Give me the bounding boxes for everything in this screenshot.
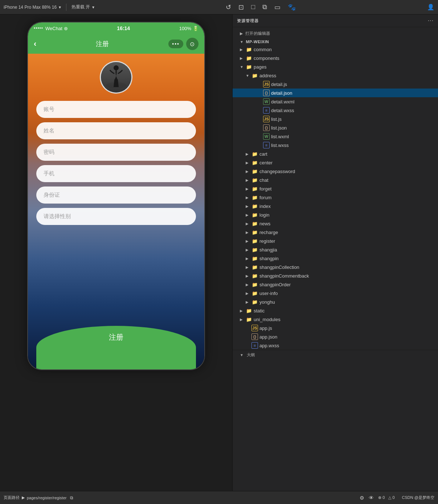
app-json-label: app.json: [259, 334, 435, 340]
clock: 16:14: [117, 25, 130, 31]
tree-item-list-json[interactable]: {} list.json: [233, 123, 438, 132]
app-js-icon: JS: [251, 325, 258, 331]
nav-camera-button[interactable]: ⊙: [186, 38, 198, 50]
tree-item-detail-wxml[interactable]: W detail.wxml: [233, 97, 438, 106]
user-info-arrow: ▶: [246, 291, 251, 295]
hotreload-label[interactable]: 热重载 开: [71, 4, 90, 10]
address-folder-icon: 📁: [251, 72, 258, 79]
explorer-title: 资源管理器: [237, 18, 259, 24]
gender-select[interactable]: 请选择性别: [36, 208, 196, 225]
yonghu-label: yonghu: [259, 299, 435, 305]
tree-item-user-info[interactable]: ▶ 📁 user-info: [233, 289, 438, 298]
tree-item-components[interactable]: ▶ 📁 components: [233, 54, 438, 62]
account-icon[interactable]: 👤: [427, 4, 434, 11]
user-info-label: user-info: [259, 291, 435, 296]
tree-item-static[interactable]: ▶ 📁 static: [233, 306, 438, 315]
dropdown-arrow[interactable]: ▾: [59, 5, 61, 10]
paw-icon[interactable]: 🐾: [288, 3, 296, 11]
outline-section[interactable]: ▼ 大纲: [233, 350, 438, 360]
tree-item-shangpincommentback[interactable]: ▶ 📁 shangpinCommentback: [233, 271, 438, 280]
settings-icon[interactable]: ⚙: [360, 495, 364, 501]
mp-weixin-section[interactable]: ▼ MP-WEIXIN: [233, 37, 438, 45]
tree-item-uni-modules[interactable]: ▶ 📁 uni_modules: [233, 315, 438, 324]
tree-item-shangpin[interactable]: ▶ 📁 shangpin: [233, 254, 438, 263]
tablet-icon[interactable]: ▭: [274, 3, 281, 11]
center-label: center: [259, 160, 435, 165]
back-button[interactable]: ‹: [34, 39, 36, 49]
refresh-icon[interactable]: ↺: [226, 3, 231, 11]
tree-item-forget[interactable]: ▶ 📁 forget: [233, 184, 438, 193]
tree-item-changepassword[interactable]: ▶ 📁 changepassword: [233, 167, 438, 176]
phone-placeholder: 手机: [44, 170, 54, 176]
phone-icon[interactable]: □: [251, 3, 255, 11]
tree-item-list-js[interactable]: JS list.js: [233, 115, 438, 123]
avatar[interactable]: [100, 61, 132, 94]
tree-item-shangpinorder[interactable]: ▶ 📁 shangpinOrder: [233, 280, 438, 289]
tree-item-chat[interactable]: ▶ 📁 chat: [233, 176, 438, 184]
name-input[interactable]: 姓名: [36, 122, 196, 139]
list-json-label: list.json: [271, 125, 435, 131]
detail-js-label: detail.js: [271, 82, 435, 87]
phone-input[interactable]: 手机: [36, 165, 196, 182]
tree-item-list-wxss[interactable]: ≡ list.wxss: [233, 141, 438, 149]
tree-item-list-wxml[interactable]: W list.wxml: [233, 132, 438, 141]
register-button-container: 注册: [36, 326, 196, 369]
tree-item-common[interactable]: ▶ 📁 common: [233, 45, 438, 54]
outline-arrow: ▼: [240, 353, 243, 357]
shangjia-folder-icon: 📁: [251, 246, 258, 253]
password-input[interactable]: 密码: [36, 144, 196, 161]
stop-icon[interactable]: ⊡: [238, 3, 244, 11]
tree-item-detail-js[interactable]: JS detail.js: [233, 80, 438, 89]
chat-arrow: ▶: [246, 178, 251, 182]
tree-item-detail-wxss[interactable]: ≡ detail.wxss: [233, 106, 438, 115]
explorer-header: 资源管理器 ···: [233, 15, 438, 27]
chat-label: chat: [259, 177, 435, 183]
open-editors-section[interactable]: ▶ 打开的编辑器: [233, 29, 438, 37]
tree-item-app-wxss[interactable]: ≡ app.wxss: [233, 341, 438, 350]
password-placeholder: 密码: [44, 149, 54, 155]
battery-icon: 🔋: [193, 26, 198, 31]
tree-item-app-json[interactable]: {} app.json: [233, 332, 438, 341]
tree-item-pages[interactable]: ▼ 📁 pages: [233, 62, 438, 71]
shangpin-folder-icon: 📁: [251, 255, 258, 262]
index-label: index: [259, 204, 435, 209]
status-left: ••••• WeChat ⊛: [34, 26, 68, 31]
tree-item-register[interactable]: ▶ 📁 register: [233, 237, 438, 245]
static-folder-icon: 📁: [246, 307, 252, 314]
copy-path-icon[interactable]: ⧉: [70, 495, 73, 500]
tree-item-app-js[interactable]: JS app.js: [233, 324, 438, 332]
tree-item-center[interactable]: ▶ 📁 center: [233, 158, 438, 167]
tree-item-cart[interactable]: ▶ 📁 cart: [233, 149, 438, 158]
eye-icon[interactable]: 👁: [369, 495, 374, 501]
tree-item-yonghu[interactable]: ▶ 📁 yonghu: [233, 298, 438, 306]
id-input[interactable]: 身份证: [36, 187, 196, 204]
shangpinorder-arrow: ▶: [246, 283, 251, 287]
tree-item-news[interactable]: ▶ 📁 news: [233, 219, 438, 228]
news-label: news: [259, 221, 435, 226]
path-arrow: ▶: [22, 495, 25, 500]
center-folder-icon: 📁: [251, 159, 258, 166]
shangpinorder-folder-icon: 📁: [251, 281, 258, 288]
common-label: common: [254, 47, 435, 52]
nav-dots-button[interactable]: •••: [168, 40, 183, 48]
tree-item-shangjia[interactable]: ▶ 📁 shangjia: [233, 245, 438, 254]
address-label: address: [259, 73, 435, 78]
news-folder-icon: 📁: [251, 220, 258, 227]
tree-item-login[interactable]: ▶ 📁 login: [233, 210, 438, 219]
tree-item-index[interactable]: ▶ 📁 index: [233, 202, 438, 210]
tree-item-recharge[interactable]: ▶ 📁 recharge: [233, 228, 438, 237]
tree-item-address[interactable]: ▼ 📁 address: [233, 71, 438, 80]
shangpincollection-label: shangpinCollection: [259, 265, 435, 270]
common-folder-icon: 📁: [246, 46, 252, 53]
tree-item-shangpincollection[interactable]: ▶ 📁 shangpinCollection: [233, 263, 438, 271]
multiwindow-icon[interactable]: ⧉: [262, 3, 267, 11]
page-title: 注册: [96, 40, 109, 48]
tree-item-detail-json[interactable]: {} detail.json: [233, 89, 438, 97]
register-button[interactable]: 注册: [36, 326, 196, 369]
tree-item-forum[interactable]: ▶ 📁 forum: [233, 193, 438, 202]
register-arrow: ▶: [246, 239, 251, 243]
account-input[interactable]: 账号: [36, 101, 196, 118]
mp-weixin-label: MP-WEIXIN: [246, 40, 269, 44]
explorer-panel: 资源管理器 ··· ▶ 打开的编辑器 ▼ MP-WEIXIN ▶ 📁 commo…: [232, 15, 438, 491]
explorer-more-button[interactable]: ···: [428, 17, 434, 24]
